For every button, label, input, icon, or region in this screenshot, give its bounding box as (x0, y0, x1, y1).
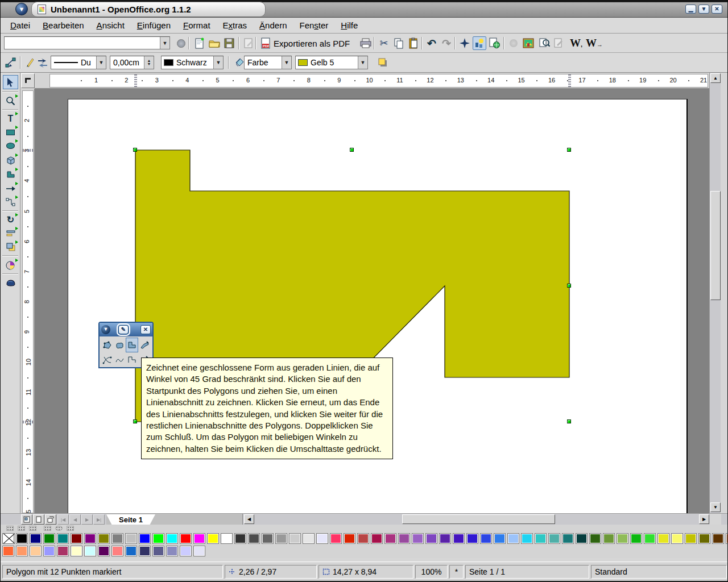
system-menu-button[interactable]: ▼ (15, 3, 28, 15)
selection-handle[interactable] (567, 284, 571, 288)
color-swatch[interactable] (507, 533, 519, 544)
fill-type-select[interactable]: Farbe ▼ (244, 56, 292, 69)
tool-polygon-filled[interactable] (101, 338, 113, 352)
new-document-button[interactable] (193, 36, 206, 50)
vertical-scroll-thumb[interactable] (710, 191, 721, 300)
line-dialog-button[interactable] (23, 56, 37, 69)
navigator-button[interactable] (458, 36, 471, 50)
color-swatch[interactable] (384, 533, 396, 544)
snap-guides-icon[interactable] (44, 526, 51, 531)
spinner-arrows-icon[interactable]: ▲▼ (144, 56, 154, 69)
chevron-down-icon[interactable]: ▼ (282, 56, 291, 69)
color-swatch[interactable] (71, 546, 82, 556)
cut-button[interactable]: ✂ (377, 36, 391, 50)
color-swatch[interactable] (344, 533, 355, 544)
url-combobox[interactable]: ▼ (4, 36, 170, 49)
color-swatch[interactable] (535, 533, 547, 544)
color-swatch[interactable] (371, 533, 383, 544)
color-swatch[interactable] (139, 533, 151, 544)
gallery-button[interactable] (522, 36, 535, 50)
menu-format[interactable]: Format (177, 19, 217, 32)
open-file-button[interactable] (208, 36, 221, 50)
tool-curve-polygon[interactable] (3, 167, 18, 181)
color-swatch[interactable] (111, 546, 123, 556)
toolbar-close-button[interactable]: ✕ (140, 325, 151, 334)
color-swatch[interactable] (671, 533, 683, 544)
horizontal-ruler[interactable]: 123456789101112131415161718192021 (35, 73, 709, 89)
color-swatch[interactable] (712, 533, 724, 544)
zoom-page-mode-button[interactable] (21, 514, 32, 525)
next-page-button[interactable]: ▶ (81, 514, 93, 525)
tool-3d-objects[interactable] (3, 153, 18, 167)
color-swatch[interactable] (630, 533, 642, 544)
color-swatch[interactable] (125, 546, 137, 556)
chevron-down-icon[interactable]: ▼ (96, 56, 106, 69)
status-page[interactable]: Seite 1 / 1 (465, 565, 589, 579)
color-swatch[interactable] (562, 533, 574, 544)
color-swatch[interactable] (180, 533, 192, 544)
selection-handle[interactable] (350, 148, 354, 152)
menu-hilfe[interactable]: Hilfe (334, 19, 364, 32)
chevron-down-icon[interactable]: ▼ (213, 56, 223, 69)
edit-points-button[interactable] (4, 56, 18, 69)
snap-object-icon[interactable] (67, 526, 74, 531)
line-color-select[interactable]: Schwarz ▼ (161, 56, 224, 69)
tool-zoom[interactable] (3, 94, 18, 108)
stylist-button[interactable] (473, 36, 486, 50)
minimize-button[interactable]: ▁ (685, 5, 696, 14)
line-style-select[interactable]: Du ▼ (51, 56, 106, 69)
menu-datei[interactable]: Datei (4, 19, 36, 32)
color-swatch[interactable] (152, 546, 164, 556)
tool-rectangle[interactable] (3, 125, 18, 139)
color-swatch[interactable] (125, 533, 137, 544)
color-swatch[interactable] (412, 533, 424, 544)
color-swatch[interactable] (207, 533, 219, 544)
line-width-spinner[interactable]: 0,00cm ▲▼ (110, 56, 154, 69)
whats-this-button[interactable]: W→ (588, 36, 601, 50)
tool-select[interactable] (3, 75, 18, 89)
color-swatch[interactable] (316, 533, 328, 544)
color-swatch[interactable] (548, 533, 560, 544)
print-button[interactable] (359, 36, 373, 50)
color-swatch[interactable] (357, 533, 369, 544)
color-swatch[interactable] (221, 533, 233, 544)
last-page-button[interactable]: ▶| (93, 514, 105, 525)
color-swatch[interactable] (30, 533, 42, 544)
color-swatch[interactable] (398, 533, 410, 544)
menu-bearbeiten[interactable]: Bearbeiten (36, 19, 90, 32)
help-agent-button[interactable]: W, (569, 36, 583, 50)
zoom-button[interactable] (537, 36, 551, 50)
hyperlink-dialog-button[interactable] (487, 36, 501, 50)
color-swatch[interactable] (262, 533, 274, 544)
color-swatch[interactable] (98, 533, 110, 544)
hyperlink-bar-button[interactable] (507, 36, 520, 50)
color-swatch[interactable] (16, 533, 28, 544)
redo-button[interactable]: ↷ (440, 36, 453, 50)
tool-connector[interactable] (3, 195, 18, 209)
tool-lines-arrows[interactable] (3, 181, 18, 196)
menu-einfgen[interactable]: Einfügen (131, 19, 177, 32)
selection-handle[interactable] (567, 148, 571, 152)
color-swatch[interactable] (685, 533, 697, 544)
color-swatch[interactable] (657, 533, 669, 544)
status-position[interactable]: 2,26 / 2,97 (225, 565, 317, 579)
color-swatch[interactable] (303, 533, 315, 544)
copy-button[interactable] (392, 36, 406, 50)
vertical-scrollbar[interactable]: ▲ ▼ (709, 73, 721, 513)
scroll-down-button[interactable]: ▼ (710, 502, 721, 512)
tool-polygon-45-filled[interactable] (126, 338, 138, 352)
color-swatch[interactable] (166, 533, 178, 544)
guides-icon[interactable] (29, 526, 36, 531)
color-swatch[interactable] (57, 546, 69, 556)
tool-curve[interactable] (101, 352, 113, 367)
color-swatch[interactable] (617, 533, 628, 544)
color-swatch[interactable] (111, 533, 123, 544)
snap-grid-icon[interactable] (6, 526, 14, 531)
color-swatch[interactable] (603, 533, 615, 544)
color-swatch[interactable] (439, 533, 451, 544)
tool-freeform-line[interactable] (113, 352, 126, 367)
color-swatch[interactable] (98, 546, 110, 556)
toolbar-edit-button[interactable]: ✎ (118, 325, 129, 334)
chevron-down-icon[interactable]: ▼ (160, 37, 169, 49)
tool-freeform-filled[interactable] (113, 338, 126, 352)
